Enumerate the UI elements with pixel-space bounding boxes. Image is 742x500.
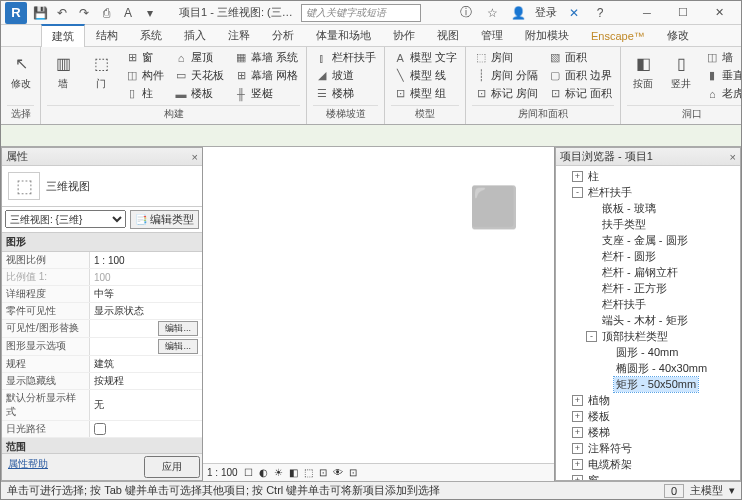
prop-disp-edit-button[interactable]: 编辑... <box>158 339 198 354</box>
tab-architecture[interactable]: 建筑 <box>41 24 85 48</box>
tab-view[interactable]: 视图 <box>426 24 470 47</box>
tree-label[interactable]: 栏杆 - 正方形 <box>600 281 669 296</box>
minimize-button[interactable]: ─ <box>629 2 665 24</box>
save-icon[interactable]: 💾 <box>31 4 49 22</box>
tree-label[interactable]: 窗 <box>586 473 601 481</box>
tree-node[interactable]: +电缆桥架 <box>556 456 740 472</box>
tree-node[interactable]: 嵌板 - 玻璃 <box>556 200 740 216</box>
expand-icon[interactable]: + <box>572 171 583 182</box>
prop-parts-value[interactable]: 显示原状态 <box>90 303 202 319</box>
exchange-icon[interactable]: ✕ <box>565 4 583 22</box>
info-icon[interactable]: ⓘ <box>457 4 475 22</box>
tree-node[interactable]: 椭圆形 - 40x30mm <box>556 360 740 376</box>
crop-icon[interactable]: ⊡ <box>319 467 327 478</box>
shaft-button[interactable]: ▯竖井 <box>665 49 697 93</box>
tab-addins[interactable]: 附加模块 <box>514 24 580 47</box>
tree-label[interactable]: 嵌板 - 玻璃 <box>600 201 658 216</box>
tree-node[interactable]: 矩形 - 50x50mm <box>556 376 740 392</box>
wall-button[interactable]: ▥墙 <box>47 49 79 93</box>
app-logo[interactable]: R <box>5 2 27 24</box>
window-button[interactable]: ⊞窗 <box>123 49 166 66</box>
expand-icon[interactable]: + <box>572 427 583 438</box>
prop-vis-value[interactable]: 编辑... <box>90 320 202 337</box>
column-button[interactable]: ▯柱 <box>123 85 166 102</box>
browser-tree[interactable]: +柱-栏杆扶手嵌板 - 玻璃扶手类型支座 - 金属 - 圆形栏杆 - 圆形栏杆 … <box>556 166 740 480</box>
tab-systems[interactable]: 系统 <box>129 24 173 47</box>
expand-icon[interactable]: + <box>572 395 583 406</box>
tree-node[interactable]: 支座 - 金属 - 圆形 <box>556 232 740 248</box>
login-link[interactable]: 登录 <box>535 5 557 20</box>
dormer-button[interactable]: ⌂老虎窗 <box>703 85 742 102</box>
tree-label[interactable]: 栏杆扶手 <box>586 185 634 200</box>
prop-disp-value[interactable]: 编辑... <box>90 338 202 355</box>
tree-node[interactable]: +注释符号 <box>556 440 740 456</box>
view-scale[interactable]: 1 : 100 <box>207 467 238 478</box>
tree-node[interactable]: +楼板 <box>556 408 740 424</box>
tree-node[interactable]: -栏杆扶手 <box>556 184 740 200</box>
tree-label[interactable]: 端头 - 木材 - 矩形 <box>600 313 690 328</box>
tree-node[interactable]: 栏杆 - 正方形 <box>556 280 740 296</box>
tree-node[interactable]: +窗 <box>556 472 740 480</box>
tree-node[interactable]: +植物 <box>556 392 740 408</box>
area-bd-button[interactable]: ▢面积 边界 <box>546 67 614 84</box>
tree-label[interactable]: 顶部扶栏类型 <box>600 329 670 344</box>
prop-sun-checkbox[interactable] <box>94 423 106 435</box>
prop-disc-value[interactable]: 建筑 <box>90 356 202 372</box>
shadows-icon[interactable]: ◧ <box>289 467 298 478</box>
tree-label[interactable]: 电缆桥架 <box>586 457 634 472</box>
cat-extents[interactable]: 范围 <box>2 438 202 453</box>
tab-annotate[interactable]: 注释 <box>217 24 261 47</box>
model-label[interactable]: 主模型 <box>690 483 723 498</box>
tree-label[interactable]: 植物 <box>586 393 612 408</box>
sun-path-icon[interactable]: ☀ <box>274 467 283 478</box>
mullion-button[interactable]: ╫竖梃 <box>232 85 300 102</box>
tree-label[interactable]: 注释符号 <box>586 441 634 456</box>
room-button[interactable]: ⬚房间 <box>472 49 540 66</box>
tab-insert[interactable]: 插入 <box>173 24 217 47</box>
opening-face-button[interactable]: ◧按面 <box>627 49 659 93</box>
search-input[interactable]: 键入关键字或短语 <box>301 4 421 22</box>
modify-button[interactable]: ↖修改 <box>7 49 35 93</box>
model-line-button[interactable]: ╲模型 线 <box>391 67 459 84</box>
room-sep-button[interactable]: ┊房间 分隔 <box>472 67 540 84</box>
measure-icon[interactable]: A <box>119 4 137 22</box>
tab-manage[interactable]: 管理 <box>470 24 514 47</box>
dropdown-icon[interactable]: ▾ <box>141 4 159 22</box>
area-tag-button[interactable]: ⊡标记 面积 <box>546 85 614 102</box>
edit-type-button[interactable]: 📑 编辑类型 <box>130 210 199 229</box>
expand-icon[interactable]: + <box>572 443 583 454</box>
undo-icon[interactable]: ↶ <box>53 4 71 22</box>
tree-label[interactable]: 椭圆形 - 40x30mm <box>614 361 709 376</box>
tree-label[interactable]: 支座 - 金属 - 圆形 <box>600 233 690 248</box>
help-icon[interactable]: ? <box>591 4 609 22</box>
tab-enscape[interactable]: Enscape™ <box>580 26 656 46</box>
tree-node[interactable]: 扶手类型 <box>556 216 740 232</box>
hide-icon[interactable]: 👁 <box>333 467 343 478</box>
tab-analyze[interactable]: 分析 <box>261 24 305 47</box>
prop-scale-value[interactable]: 1 : 100 <box>90 252 202 268</box>
tree-node[interactable]: +楼梯 <box>556 424 740 440</box>
expand-icon[interactable]: - <box>586 331 597 342</box>
properties-help-link[interactable]: 属性帮助 <box>2 454 142 480</box>
visual-style-icon[interactable]: ◐ <box>259 467 268 478</box>
model-dropdown-icon[interactable]: ▾ <box>729 484 735 497</box>
model-group-button[interactable]: ⊡模型 组 <box>391 85 459 102</box>
floor-button[interactable]: ▬楼板 <box>172 85 226 102</box>
prop-hidden-value[interactable]: 按规程 <box>90 373 202 389</box>
property-grid[interactable]: 图形 视图比例1 : 100 比例值 1:100 详细程度中等 零件可见性显示原… <box>2 233 202 453</box>
room-tag-button[interactable]: ⊡标记 房间 <box>472 85 540 102</box>
ramp-button[interactable]: ◢坡道 <box>313 67 378 84</box>
expand-icon[interactable]: - <box>572 187 583 198</box>
tree-label[interactable]: 楼梯 <box>586 425 612 440</box>
tree-label[interactable]: 栏杆扶手 <box>600 297 648 312</box>
apply-button[interactable]: 应用 <box>144 456 200 478</box>
type-selector[interactable]: 三维视图: {三维} <box>5 210 126 228</box>
detail-level-icon[interactable]: ☐ <box>244 467 253 478</box>
tree-label[interactable]: 扶手类型 <box>600 217 648 232</box>
railing-button[interactable]: ⫿栏杆扶手 <box>313 49 378 66</box>
curtain-sys-button[interactable]: ▦幕墙 系统 <box>232 49 300 66</box>
maximize-button[interactable]: ☐ <box>665 2 701 24</box>
redo-icon[interactable]: ↷ <box>75 4 93 22</box>
opening-wall-button[interactable]: ◫墙 <box>703 49 742 66</box>
prop-analy-value[interactable]: 无 <box>90 390 202 420</box>
